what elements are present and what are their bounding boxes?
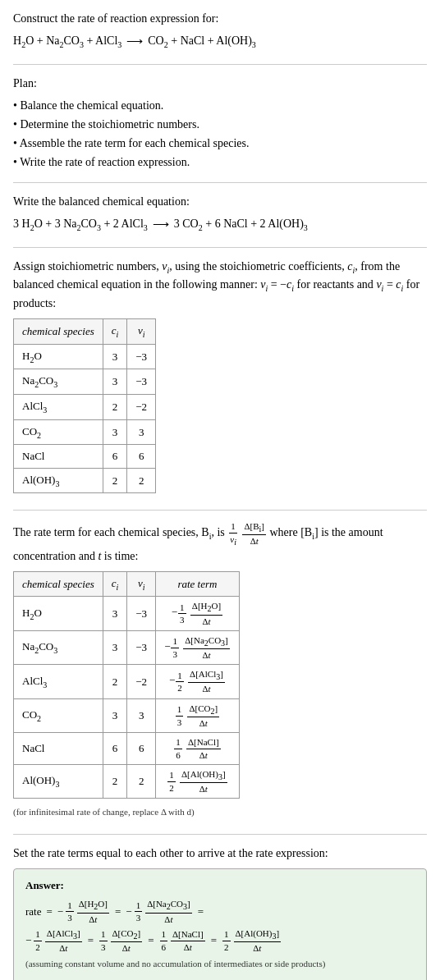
species-h2o: H2O xyxy=(14,344,103,369)
rate-ci-nacl: 6 xyxy=(103,733,127,765)
rate-ci-na2co3: 3 xyxy=(103,630,127,664)
ci-alcl3: 2 xyxy=(103,394,127,419)
species-aloh3: Al(OH)3 xyxy=(14,468,103,493)
rate-line-1: rate = − 13 Δ[H2O]Δt = − 13 Δ[Na2CO3]Δt … xyxy=(25,898,415,924)
balanced-lhs: 3 H2O + 3 Na2CO3 + 2 AlCl3 xyxy=(13,215,148,234)
table-row: H2O 3 −3 −13 Δ[H2O]Δt xyxy=(14,597,240,630)
vi-nacl: 6 xyxy=(127,445,156,469)
section-answer: Set the rate terms equal to each other t… xyxy=(13,845,427,980)
answer-label: Answer: xyxy=(25,877,415,894)
rate-vi-nacl: 6 xyxy=(127,733,156,765)
table-row: AlCl3 2 −2 xyxy=(14,394,156,419)
ci-aloh3: 2 xyxy=(103,468,127,493)
section-plan: Plan: Balance the chemical equation. Det… xyxy=(13,75,427,183)
stoich-intro: Assign stoichiometric numbers, νi, using… xyxy=(13,258,427,313)
ci-h2o: 3 xyxy=(103,344,127,369)
section-prompt: Construct the rate of reaction expressio… xyxy=(13,10,427,65)
rate-term-na2co3: −13 Δ[Na2CO3]Δt xyxy=(156,630,240,664)
rate-species-h2o: H2O xyxy=(14,597,103,630)
rate-vi-alcl3: −2 xyxy=(127,665,156,698)
reaction-prompt: Construct the rate of reaction expressio… xyxy=(13,10,427,27)
table-row: Al(OH)3 2 2 xyxy=(14,468,156,493)
rate-species-alcl3: AlCl3 xyxy=(14,665,103,698)
species-co2: CO2 xyxy=(14,419,103,445)
rate-col-species: chemical species xyxy=(14,571,103,597)
plan-step-4: Write the rate of reaction expression. xyxy=(13,153,427,171)
rate-species-co2: CO2 xyxy=(14,698,103,732)
balanced-equation: 3 H2O + 3 Na2CO3 + 2 AlCl3 ⟶ 3 CO2 + 6 N… xyxy=(13,215,427,234)
table-row: Na2CO3 3 −3 −13 Δ[Na2CO3]Δt xyxy=(14,630,240,664)
rate-term-alcl3: −12 Δ[AlCl3]Δt xyxy=(156,665,240,698)
species-na2co3: Na2CO3 xyxy=(14,369,103,395)
arrow: ⟶ xyxy=(126,33,143,50)
rate-vi-h2o: −3 xyxy=(127,597,156,630)
rate-term-h2o: −13 Δ[H2O]Δt xyxy=(156,597,240,630)
vi-na2co3: −3 xyxy=(127,369,156,395)
table-row: CO2 3 3 xyxy=(14,419,156,445)
plan-list: Balance the chemical equation. Determine… xyxy=(13,97,427,171)
table-row: H2O 3 −3 xyxy=(14,344,156,369)
rate-species-nacl: NaCl xyxy=(14,733,103,765)
stoich-col-vi: νi xyxy=(127,319,156,345)
rate-ci-h2o: 3 xyxy=(103,597,127,630)
rate-ci-aloh3: 2 xyxy=(103,764,127,798)
ci-co2: 3 xyxy=(103,419,127,445)
vi-co2: 3 xyxy=(127,419,156,445)
rate-species-na2co3: Na2CO3 xyxy=(14,630,103,664)
table-row: NaCl 6 6 16 Δ[NaCl]Δt xyxy=(14,733,240,765)
plan-step-1: Balance the chemical equation. xyxy=(13,97,427,114)
unbalanced-equation: H2O + Na2CO3 + AlCl3 ⟶ CO2 + NaCl + Al(O… xyxy=(13,32,427,51)
rate-ci-alcl3: 2 xyxy=(103,665,127,698)
plan-step-3: Assemble the rate term for each chemical… xyxy=(13,135,427,152)
ci-na2co3: 3 xyxy=(103,369,127,395)
species-nacl: NaCl xyxy=(14,445,103,469)
rate-expression: rate = − 13 Δ[H2O]Δt = − 13 Δ[Na2CO3]Δt … xyxy=(25,898,415,954)
rate-term-intro: The rate term for each chemical species,… xyxy=(13,520,427,564)
rate-col-term: rate term xyxy=(156,571,240,597)
stoich-col-ci: ci xyxy=(103,319,127,345)
rate-vi-co2: 3 xyxy=(127,698,156,732)
answer-box: Answer: rate = − 13 Δ[H2O]Δt = − 13 Δ[Na… xyxy=(13,868,427,980)
rate-ci-co2: 3 xyxy=(103,698,127,732)
rate-term-co2: 13 Δ[CO2]Δt xyxy=(156,698,240,732)
species-alcl3: AlCl3 xyxy=(14,394,103,419)
assuming-note: (assuming constant volume and no accumul… xyxy=(25,957,415,971)
section-rate-terms: The rate term for each chemical species,… xyxy=(13,520,427,835)
vi-aloh3: 2 xyxy=(127,468,156,493)
reactant-h2o: H2O + Na2CO3 + AlCl3 xyxy=(13,32,121,51)
stoich-table: chemical species ci νi H2O 3 −3 Na2CO3 3… xyxy=(13,318,156,493)
stoich-col-species: chemical species xyxy=(14,319,103,345)
rate-col-vi: νi xyxy=(127,571,156,597)
rate-table: chemical species ci νi rate term H2O 3 −… xyxy=(13,571,240,799)
balanced-label: Write the balanced chemical equation: xyxy=(13,193,427,210)
table-row: Na2CO3 3 −3 xyxy=(14,369,156,395)
balanced-arrow: ⟶ xyxy=(153,216,169,233)
plan-label: Plan: xyxy=(13,75,427,92)
infinitesimal-note: (for infinitesimal rate of change, repla… xyxy=(13,805,427,819)
ci-nacl: 6 xyxy=(103,445,127,469)
rate-term-formula: 1νi Δ[Bi]Δt xyxy=(227,527,269,539)
rate-term-aloh3: 12 Δ[Al(OH)3]Δt xyxy=(156,764,240,798)
table-row: AlCl3 2 −2 −12 Δ[AlCl3]Δt xyxy=(14,665,240,698)
rate-term-nacl: 16 Δ[NaCl]Δt xyxy=(156,733,240,765)
plan-step-2: Determine the stoichiometric numbers. xyxy=(13,116,427,133)
section-stoich: Assign stoichiometric numbers, νi, using… xyxy=(13,258,427,511)
section-balanced: Write the balanced chemical equation: 3 … xyxy=(13,193,427,248)
vi-alcl3: −2 xyxy=(127,394,156,419)
table-row: Al(OH)3 2 2 12 Δ[Al(OH)3]Δt xyxy=(14,764,240,798)
rate-species-aloh3: Al(OH)3 xyxy=(14,764,103,798)
balanced-rhs: 3 CO2 + 6 NaCl + 2 Al(OH)3 xyxy=(174,215,308,234)
rate-line-2: − 12 Δ[AlCl3]Δt = 13 Δ[CO2]Δt = 16 Δ[NaC… xyxy=(25,927,415,954)
rate-col-ci: ci xyxy=(103,571,127,597)
table-row: CO2 3 3 13 Δ[CO2]Δt xyxy=(14,698,240,732)
table-row: NaCl 6 6 xyxy=(14,445,156,469)
rate-keyword: rate xyxy=(25,901,41,923)
products: CO2 + NaCl + Al(OH)3 xyxy=(148,32,256,51)
rate-vi-na2co3: −3 xyxy=(127,630,156,664)
rate-vi-aloh3: 2 xyxy=(127,764,156,798)
set-equal-intro: Set the rate terms equal to each other t… xyxy=(13,845,427,862)
vi-h2o: −3 xyxy=(127,344,156,369)
